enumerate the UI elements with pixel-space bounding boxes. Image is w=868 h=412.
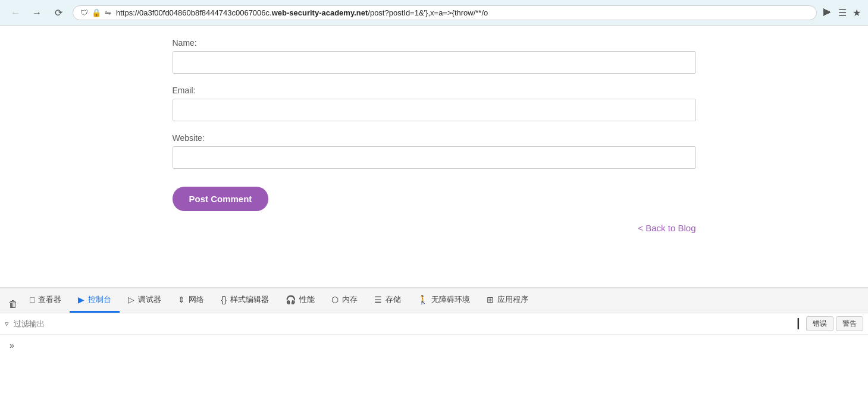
- tab-memory[interactable]: ⬡ 内存: [323, 288, 366, 313]
- name-field-group: Name:: [173, 38, 696, 74]
- email-label: Email:: [173, 86, 696, 95]
- tab-inspector[interactable]: □ 查看器: [21, 288, 70, 313]
- back-button[interactable]: ←: [7, 5, 24, 21]
- tab-accessibility[interactable]: 🚶 无障碍环境: [409, 288, 478, 313]
- console-icon: ▶: [78, 295, 84, 304]
- redirect-icon: ⇋: [105, 8, 111, 17]
- email-field-group: Email:: [173, 86, 696, 121]
- tab-debugger[interactable]: ▷ 调试器: [120, 288, 170, 313]
- application-icon: ⊞: [487, 295, 494, 304]
- star-icon[interactable]: ★: [853, 7, 861, 18]
- filter-icon: ▿: [5, 319, 9, 328]
- storage-icon: ☰: [374, 295, 382, 304]
- tab-performance[interactable]: 🎧 性能: [277, 288, 323, 313]
- reload-button[interactable]: ⟳: [50, 5, 67, 21]
- forward-button[interactable]: →: [29, 5, 45, 21]
- tab-storage-label: 存储: [386, 295, 401, 305]
- tab-memory-label: 内存: [342, 295, 358, 305]
- tab-style-editor-label: 样式编辑器: [230, 295, 269, 305]
- back-to-blog-link[interactable]: < Back to Blog: [638, 223, 695, 233]
- devtools-console: »: [0, 335, 868, 412]
- website-label: Website:: [173, 133, 696, 143]
- extensions-icon[interactable]: ⯈: [823, 8, 832, 18]
- bookmarks-icon[interactable]: ☰: [838, 7, 847, 18]
- warning-filter-button[interactable]: 警告: [836, 316, 863, 331]
- address-bar-icons: 🛡 🔒 ⇋: [80, 8, 111, 17]
- name-label: Name:: [173, 38, 696, 48]
- devtools-toolbar: ▿ ┃ 错误 警告: [0, 313, 868, 335]
- browser-chrome: ← → ⟳ 🛡 🔒 ⇋ https://0a3f00fd04860b8f8444…: [0, 0, 868, 26]
- tab-network-label: 网络: [189, 295, 204, 305]
- devtools-tabs: 🗑 □ 查看器 ▶ 控制台 ▷ 调试器 ⇕ 网络 {} 样式编辑器 🎧 性能 ⬡…: [0, 288, 868, 313]
- url-display: https://0a3f00fd04860b8f8444743c0067006c…: [116, 8, 809, 17]
- inspector-icon: □: [30, 295, 35, 304]
- performance-icon: 🎧: [286, 295, 296, 304]
- website-input[interactable]: [173, 146, 696, 169]
- nav-buttons: ← → ⟳: [7, 5, 67, 21]
- tab-network[interactable]: ⇕ 网络: [170, 288, 212, 313]
- tab-application[interactable]: ⊞ 应用程序: [478, 288, 537, 313]
- tab-accessibility-label: 无障碍环境: [431, 295, 470, 305]
- memory-icon: ⬡: [331, 295, 339, 304]
- comment-form-container: Name: Email: Website: Post Comment < Bac…: [173, 38, 696, 234]
- tab-console-label: 控制台: [88, 295, 111, 305]
- trash-button[interactable]: 🗑: [5, 296, 21, 313]
- tab-debugger-label: 调试器: [138, 295, 161, 305]
- tab-inspector-label: 查看器: [38, 295, 61, 305]
- tab-storage[interactable]: ☰ 存储: [366, 288, 409, 313]
- email-input[interactable]: [173, 99, 696, 121]
- debugger-icon: ▷: [128, 295, 134, 304]
- expand-arrows-icon: »: [10, 341, 14, 350]
- console-expand-button[interactable]: »: [5, 338, 863, 353]
- devtools-panel: 🗑 □ 查看器 ▶ 控制台 ▷ 调试器 ⇕ 网络 {} 样式编辑器 🎧 性能 ⬡…: [0, 287, 868, 412]
- back-to-blog-container: < Back to Blog: [173, 223, 696, 234]
- tab-style-editor[interactable]: {} 样式编辑器: [212, 288, 277, 313]
- tab-application-label: 应用程序: [497, 295, 528, 305]
- url-prefix: https://0a3f00fd04860b8f8444743c0067006c…: [116, 8, 272, 17]
- shield-icon: 🛡: [80, 8, 88, 17]
- cursor-indicator: ┃: [795, 318, 801, 329]
- name-input[interactable]: [173, 51, 696, 74]
- error-filter-button[interactable]: 错误: [806, 316, 833, 331]
- browser-actions: ⯈ ☰ ★: [823, 7, 861, 18]
- url-suffix: /post?postId=1&'},x=a=>{throw/**/o: [368, 8, 488, 17]
- main-content: Name: Email: Website: Post Comment < Bac…: [0, 26, 868, 287]
- post-comment-button[interactable]: Post Comment: [173, 187, 269, 211]
- tab-performance-label: 性能: [299, 295, 315, 305]
- accessibility-icon: 🚶: [418, 295, 428, 304]
- tab-console[interactable]: ▶ 控制台: [70, 288, 120, 313]
- network-icon: ⇕: [178, 295, 185, 304]
- address-bar[interactable]: 🛡 🔒 ⇋ https://0a3f00fd04860b8f8444743c00…: [73, 5, 817, 20]
- url-domain: web-security-academy.net: [272, 8, 368, 17]
- filter-input[interactable]: [14, 319, 791, 328]
- website-field-group: Website:: [173, 133, 696, 169]
- lock-icon: 🔒: [92, 8, 101, 17]
- filter-buttons: 错误 警告: [806, 316, 863, 331]
- style-editor-icon: {}: [221, 295, 226, 304]
